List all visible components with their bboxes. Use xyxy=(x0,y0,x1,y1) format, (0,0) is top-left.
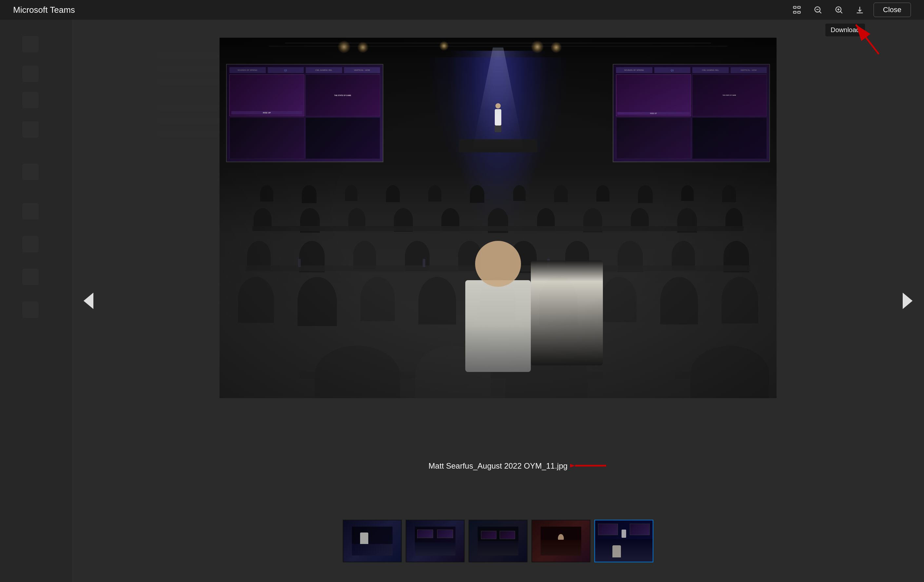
svg-line-6 xyxy=(819,12,821,13)
zoom-out-icon[interactable] xyxy=(811,3,825,17)
svg-marker-14 xyxy=(84,293,93,309)
sidebar-icon-9 xyxy=(22,302,39,318)
next-button[interactable] xyxy=(898,291,917,311)
main-image-container: SOUNDS OF SPRING Q1 CML GAMING REL VERTI… xyxy=(219,38,777,398)
ceiling-light-2 xyxy=(357,41,369,53)
thumbnail-2[interactable] xyxy=(406,520,465,562)
download-annotation-arrow xyxy=(836,18,889,59)
svg-line-10 xyxy=(840,12,842,13)
audience-area xyxy=(219,169,777,398)
sidebar-icon-8 xyxy=(22,269,39,285)
app-title: Microsoft Teams xyxy=(13,5,75,15)
fit-to-screen-icon[interactable] xyxy=(790,3,804,17)
main-content: SOUNDS OF SPRING Q1 CML GAMING REL VERTI… xyxy=(72,20,924,582)
filename-label: Matt Searfus_August 2022 OYM_11.jpg xyxy=(429,462,568,471)
download-icon[interactable] xyxy=(853,3,867,17)
svg-rect-1 xyxy=(797,7,800,8)
thumbnail-3[interactable] xyxy=(469,520,528,562)
conference-image: SOUNDS OF SPRING Q1 CML GAMING REL VERTI… xyxy=(219,38,777,398)
left-sidebar xyxy=(0,20,72,582)
thumbnail-strip xyxy=(343,520,653,562)
prev-button[interactable] xyxy=(79,291,98,311)
ceiling-light-5 xyxy=(439,41,449,51)
thumbnail-1[interactable] xyxy=(343,520,402,562)
thumbnail-4[interactable] xyxy=(531,520,591,562)
svg-rect-2 xyxy=(793,12,796,13)
svg-line-13 xyxy=(856,25,879,54)
left-screen: SOUNDS OF SPRING Q1 CML GAMING REL VERTI… xyxy=(226,64,383,162)
thumbnail-5[interactable] xyxy=(594,520,653,562)
sidebar-icon-2 xyxy=(22,66,39,82)
ceiling-light-4 xyxy=(551,41,562,53)
right-screen: SOUNDS OF SPRING Q1 CML GAMING REL VERTI… xyxy=(613,64,770,162)
svg-rect-0 xyxy=(793,7,796,8)
ceiling-light-1 xyxy=(338,40,351,53)
zoom-in-icon[interactable] xyxy=(832,3,846,17)
sidebar-icon-6 xyxy=(22,203,39,219)
sidebar-icon-3 xyxy=(22,92,39,108)
sidebar-icon-1 xyxy=(22,36,39,53)
sidebar-icon-4 xyxy=(22,121,39,138)
svg-rect-3 xyxy=(797,12,800,13)
filename-annotation-arrow xyxy=(570,457,609,475)
sidebar-icon-5 xyxy=(22,164,39,180)
svg-marker-15 xyxy=(903,293,912,309)
sidebar-icon-7 xyxy=(22,236,39,252)
toolbar: Close xyxy=(790,0,924,20)
title-bar: Microsoft Teams xyxy=(0,0,924,20)
close-button[interactable]: Close xyxy=(873,3,911,17)
